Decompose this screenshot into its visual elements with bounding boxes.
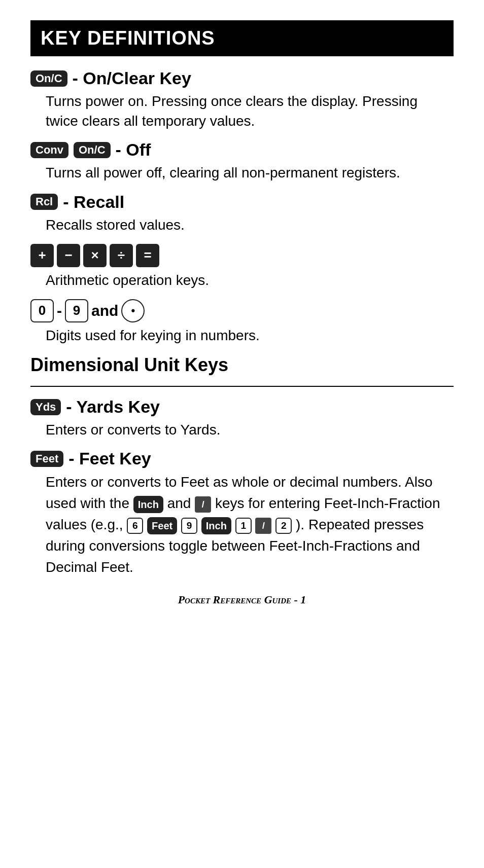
footer: Pocket Reference Guide - 1 (30, 593, 454, 606)
section-yards: Yds - Yards Key Enters or converts to Ya… (30, 397, 454, 440)
dot-digit-key: • (121, 299, 145, 322)
section-on-clear: On/C - On/Clear Key Turns power on. Pres… (30, 68, 454, 131)
on-c-key-label: On/C (30, 70, 67, 87)
on-clear-title-text: - On/Clear Key (73, 68, 191, 88)
off-title: Conv On/C - Off (30, 140, 454, 160)
off-desc: Turns all power off, clearing all non-pe… (46, 163, 454, 183)
page: KEY DEFINITIONS On/C - On/Clear Key Turn… (0, 0, 484, 868)
on-c-key-label-2: On/C (74, 142, 111, 158)
digits-desc: Digits used for keying in numbers. (46, 326, 454, 345)
equals-key: = (136, 244, 159, 267)
rcl-key-label: Rcl (30, 194, 58, 210)
feet-title: Feet - Feet Key (30, 449, 454, 468)
recall-desc: Recalls stored values. (46, 215, 454, 235)
section-digits: 0 - 9 and • Digits used for keying in nu… (30, 299, 454, 345)
nine-inline-key: 9 (181, 518, 197, 534)
nine-digit-key: 9 (65, 299, 88, 322)
section-off: Conv On/C - Off Turns all power off, cle… (30, 140, 454, 183)
section-feet: Feet - Feet Key Enters or converts to Fe… (30, 449, 454, 578)
header-bar: KEY DEFINITIONS (30, 20, 454, 56)
times-key: × (83, 244, 107, 267)
recall-title-text: - Recall (63, 192, 124, 212)
yards-title-text: - Yards Key (66, 397, 160, 417)
feet-desc: Enters or converts to Feet as whole or d… (46, 472, 454, 578)
feet-title-text: - Feet Key (68, 449, 151, 468)
section-divider (30, 386, 454, 387)
on-clear-title: On/C - On/Clear Key (30, 68, 454, 88)
two-inline-key: 2 (275, 518, 292, 534)
yards-title: Yds - Yards Key (30, 397, 454, 417)
page-title: KEY DEFINITIONS (41, 27, 443, 49)
dash-separator: - (57, 302, 62, 319)
inch-inline-key2: Inch (201, 517, 231, 534)
section-dimensional-header: Dimensional Unit Keys (30, 354, 454, 387)
feet-inline-key2: Feet (147, 517, 177, 534)
dimensional-title: Dimensional Unit Keys (30, 354, 454, 376)
six-inline-key: 6 (127, 518, 143, 534)
section-recall: Rcl - Recall Recalls stored values. (30, 192, 454, 235)
zero-digit-key: 0 (30, 299, 54, 322)
off-title-text: - Off (116, 140, 151, 160)
recall-title: Rcl - Recall (30, 192, 454, 212)
feet-key-label: Feet (30, 451, 63, 467)
digit-row: 0 - 9 and • (30, 299, 454, 322)
inch-inline-key: Inch (133, 496, 163, 513)
section-arithmetic: + − × ÷ = Arithmetic operation keys. (30, 244, 454, 290)
slash-inline-key: / (195, 496, 211, 513)
slash-inline-key2: / (255, 518, 271, 534)
on-clear-desc: Turns power on. Pressing once clears the… (46, 91, 454, 131)
arithmetic-desc: Arithmetic operation keys. (46, 270, 454, 290)
yds-key-label: Yds (30, 399, 61, 415)
divide-key: ÷ (110, 244, 133, 267)
minus-key: − (57, 244, 80, 267)
arithmetic-keys-row: + − × ÷ = (30, 244, 454, 267)
plus-key: + (30, 244, 54, 267)
conv-key-label: Conv (30, 142, 68, 158)
and-text: and (91, 302, 118, 319)
footer-text: Pocket Reference Guide - 1 (178, 593, 306, 606)
yards-desc: Enters or converts to Yards. (46, 420, 454, 440)
one-inline-key: 1 (235, 518, 252, 534)
